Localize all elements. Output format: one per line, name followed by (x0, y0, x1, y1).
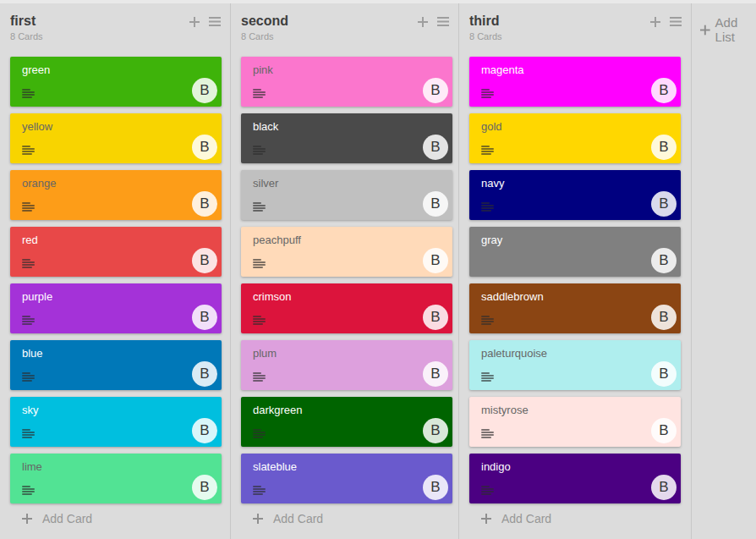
card-title: saddlebrown (481, 290, 544, 304)
add-card-button[interactable]: Add Card (469, 512, 691, 525)
card-badge: B (192, 191, 217, 217)
card-stack: pinkBblackBsilverBpeachpuffBcrimsonBplum… (241, 57, 458, 503)
add-card-plus-icon[interactable] (650, 17, 660, 27)
card-red[interactable]: redB (10, 227, 222, 277)
description-lines-icon (481, 429, 494, 439)
description-lines-icon (22, 372, 35, 382)
card-title: gray (481, 234, 502, 247)
card-slateblue[interactable]: slateblueB (241, 454, 452, 503)
add-card-button[interactable]: Add Card (241, 512, 458, 525)
card-badge: B (423, 418, 448, 443)
card-badge: B (192, 418, 217, 443)
list-title: third (469, 14, 502, 29)
card-green[interactable]: greenB (10, 57, 222, 107)
description-lines-icon (22, 89, 35, 99)
card-badge: B (651, 475, 677, 500)
list-column-first: first8 CardsgreenByellowBorangeBredBpurp… (0, 3, 231, 539)
card-blue[interactable]: blueB (10, 340, 222, 390)
card-badge: B (423, 78, 448, 103)
card-orange[interactable]: orangeB (10, 170, 222, 220)
card-lime[interactable]: limeB (10, 454, 222, 503)
card-title: magenta (481, 63, 524, 77)
card-title: slateblue (253, 460, 297, 474)
description-lines-icon (253, 372, 266, 382)
card-title: plum (253, 347, 277, 360)
add-card-plus-icon[interactable] (418, 17, 428, 27)
list-column-second: second8 CardspinkBblackBsilverBpeachpuff… (231, 3, 459, 539)
card-title: red (22, 234, 38, 247)
list-header-icons (189, 17, 221, 27)
card-badge: B (651, 248, 677, 273)
card-badge: B (423, 248, 448, 273)
card-badge: B (192, 78, 217, 103)
card-badge: B (651, 361, 677, 387)
description-lines-icon (253, 89, 266, 99)
card-title: lime (22, 460, 42, 474)
card-black[interactable]: blackB (241, 113, 452, 163)
card-badge: B (192, 135, 217, 160)
card-badge: B (192, 475, 217, 500)
card-title: gold (481, 120, 502, 134)
card-sky[interactable]: skyB (10, 397, 222, 447)
card-saddlebrown[interactable]: saddlebrownB (469, 283, 681, 333)
list-header-icons (650, 17, 682, 27)
card-purple[interactable]: purpleB (10, 283, 222, 333)
add-card-label: Add Card (273, 512, 323, 525)
card-title: green (22, 63, 50, 77)
description-lines-icon (253, 316, 266, 326)
plus-icon (700, 25, 710, 36)
card-silver[interactable]: silverB (241, 170, 452, 220)
card-title: purple (22, 290, 52, 304)
card-yellow[interactable]: yellowB (10, 113, 222, 163)
list-menu-icon[interactable] (209, 17, 221, 26)
card-title: black (253, 120, 278, 134)
list-card-count: 8 Cards (241, 31, 288, 42)
add-list-button[interactable]: Add List (700, 15, 756, 44)
card-crimson[interactable]: crimsonB (241, 283, 452, 333)
card-gray[interactable]: grayB (469, 227, 681, 277)
card-gold[interactable]: goldB (469, 113, 681, 163)
list-menu-icon[interactable] (437, 17, 449, 26)
card-indigo[interactable]: indigoB (469, 454, 681, 503)
card-plum[interactable]: plumB (241, 340, 452, 390)
card-pink[interactable]: pinkB (241, 57, 452, 107)
card-badge: B (423, 361, 448, 387)
list-menu-icon[interactable] (670, 17, 682, 26)
description-lines-icon (253, 202, 266, 212)
card-badge: B (192, 361, 217, 387)
card-badge: B (423, 475, 448, 500)
board: first8 CardsgreenByellowBorangeBredBpurp… (0, 0, 756, 539)
card-badge: B (192, 305, 217, 330)
list-header-icons (418, 17, 449, 27)
list-header: second8 Cards (241, 14, 458, 42)
card-title: indigo (481, 460, 511, 474)
description-lines-icon (22, 316, 35, 326)
card-navy[interactable]: navyB (469, 170, 681, 220)
card-darkgreen[interactable]: darkgreenB (241, 397, 452, 447)
add-card-label: Add Card (501, 512, 551, 525)
card-peachpuff[interactable]: peachpuffB (241, 227, 452, 277)
card-title: darkgreen (253, 404, 303, 417)
list-header-text: third8 Cards (469, 14, 502, 42)
plus-icon (253, 514, 263, 524)
card-magenta[interactable]: magentaB (469, 57, 681, 107)
list-header-text: first8 Cards (10, 14, 43, 42)
card-title: pink (253, 63, 273, 77)
description-lines-icon (22, 486, 35, 496)
list-card-count: 8 Cards (469, 31, 502, 42)
card-paleturquoise[interactable]: paleturquoiseB (469, 340, 681, 390)
add-card-plus-icon[interactable] (189, 17, 200, 27)
add-list-column: Add List (692, 3, 756, 539)
card-stack: magentaBgoldBnavyBgrayBsaddlebrownBpalet… (469, 57, 691, 503)
card-mistyrose[interactable]: mistyroseB (469, 397, 681, 447)
description-lines-icon (22, 146, 35, 156)
card-title: mistyrose (481, 404, 529, 417)
description-lines-icon (481, 372, 494, 382)
add-card-button[interactable]: Add Card (10, 512, 230, 525)
card-title: sky (22, 404, 39, 417)
card-badge: B (192, 248, 217, 273)
description-lines-icon (481, 89, 494, 99)
card-title: silver (253, 177, 278, 190)
card-badge: B (651, 305, 677, 330)
list-card-count: 8 Cards (10, 31, 43, 42)
